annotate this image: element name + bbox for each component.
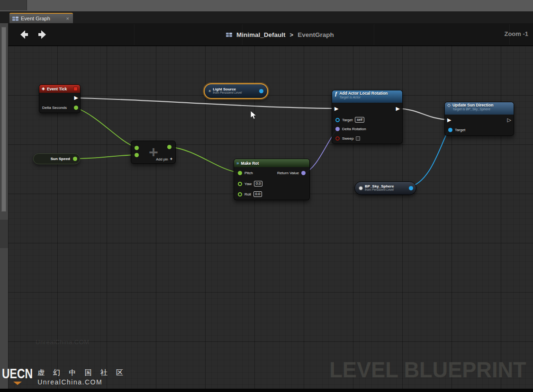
pin-label: Target bbox=[342, 118, 352, 122]
pitch-pin[interactable] bbox=[238, 171, 242, 175]
delta-seconds-pin-row: Delta Seconds bbox=[42, 106, 78, 110]
tab-event-graph[interactable]: Event Graph × bbox=[9, 13, 73, 23]
node-subtitle: from Persistent Level bbox=[213, 91, 242, 95]
node-bp-sky-sphere[interactable]: BP_Sky_Sphere from Persistent Level bbox=[354, 181, 416, 195]
call-function-icon: ◇ bbox=[447, 103, 451, 107]
light-source-icon: ☀ bbox=[208, 89, 211, 93]
return-value-pin[interactable] bbox=[301, 171, 306, 175]
event-graph-icon bbox=[12, 17, 18, 21]
yaw-pin-row: Yaw 0.0 bbox=[238, 181, 262, 187]
breadcrumb: Minimal_Default > EventGraph bbox=[226, 23, 334, 46]
function-icon: ƒ bbox=[334, 91, 337, 97]
forward-arrow-icon[interactable] bbox=[36, 29, 48, 40]
breadcrumb-separator-icon: > bbox=[290, 31, 294, 38]
tab-row: Event Graph × bbox=[0, 11, 533, 23]
actor-sphere-icon bbox=[359, 186, 363, 190]
pin-label: Delta Seconds bbox=[42, 106, 67, 110]
node-add-float[interactable]: + Add pin + bbox=[131, 141, 176, 164]
delta-seconds-pin[interactable] bbox=[74, 106, 78, 110]
sweep-pin-row: Sweep bbox=[335, 136, 360, 141]
add-input-pin-2[interactable] bbox=[135, 153, 139, 157]
light-source-output-pin[interactable] bbox=[259, 89, 263, 93]
target-value-box[interactable]: self bbox=[355, 117, 364, 123]
node-title: Make Rot bbox=[241, 161, 259, 166]
roll-pin[interactable] bbox=[238, 192, 242, 196]
level-blueprint-watermark: LEVEL BLUEPRINT bbox=[330, 356, 526, 383]
node-light-source[interactable]: ☀ Light Source from Persistent Level bbox=[204, 83, 268, 99]
exec-in-pin[interactable]: ▶ bbox=[334, 106, 338, 111]
node-event-tick[interactable]: ◈ Event Tick ▶ Delta Seconds bbox=[39, 84, 81, 113]
sun-speed-output-pin[interactable] bbox=[73, 157, 77, 161]
logo-chevron-icon bbox=[13, 382, 22, 385]
exec-in-pin[interactable]: ▶ bbox=[447, 117, 451, 123]
sky-sphere-output-pin[interactable] bbox=[409, 186, 413, 190]
yaw-pin[interactable] bbox=[238, 182, 242, 186]
exec-out-pin[interactable]: ▷ bbox=[507, 117, 511, 123]
node-title: Event Tick bbox=[47, 87, 67, 91]
pin-label: Sweep bbox=[342, 136, 353, 141]
blueprint-editor-window: Event Graph × Minimal_Default > EventGra… bbox=[0, 0, 533, 392]
delta-rotation-pin-row: Delta Rotation bbox=[335, 127, 366, 131]
pitch-pin-row: Pitch bbox=[238, 171, 253, 175]
sweep-checkbox[interactable] bbox=[356, 136, 360, 141]
node-subtitle: from Persistent Level bbox=[365, 188, 394, 192]
node-make-rot[interactable]: » Make Rot Pitch Return Value Yaw 0.0 Ro… bbox=[234, 159, 310, 200]
event-icon: ◈ bbox=[42, 87, 45, 91]
graph-toolbar: Minimal_Default > EventGraph Zoom -1 bbox=[8, 23, 533, 46]
add-input-pin-1[interactable] bbox=[135, 146, 139, 150]
node-add-actor-local-rotation[interactable]: ƒ Add Actor Local Rotation Target is Act… bbox=[332, 90, 403, 144]
node-title: Add Actor Local Rotation bbox=[339, 91, 388, 96]
event-badge-icon bbox=[73, 87, 78, 91]
community-site: UnrealChina.COM bbox=[37, 378, 126, 386]
target-pin-row: Target bbox=[448, 128, 465, 132]
add-pin-plus-icon: + bbox=[170, 157, 172, 161]
left-panel-sliver bbox=[0, 23, 8, 392]
community-name-cn: 虚 幻 中 国 社 区 bbox=[37, 368, 126, 377]
make-struct-icon: » bbox=[236, 161, 239, 166]
node-update-sun-direction[interactable]: ◇ Update Sun Direction Target is BP_Sky_… bbox=[444, 102, 514, 136]
node-title: Update Sun Direction bbox=[452, 103, 493, 107]
node-subtitle: Target is BP_Sky_Sphere bbox=[452, 107, 493, 111]
breadcrumb-current[interactable]: EventGraph bbox=[298, 31, 334, 38]
top-bar bbox=[0, 0, 533, 11]
node-sun-speed[interactable]: Sun Speed bbox=[33, 153, 80, 164]
node-subtitle: Target is Actor bbox=[339, 96, 388, 99]
tab-close-icon[interactable]: × bbox=[65, 16, 70, 21]
exec-out-pin[interactable]: ▶ bbox=[74, 95, 78, 100]
tab-label: Event Graph bbox=[21, 16, 63, 21]
target-pin-row: Target self bbox=[335, 117, 364, 123]
add-pin-button[interactable]: Add pin + bbox=[156, 157, 172, 161]
uecn-logo-text: UECN bbox=[2, 367, 33, 380]
yaw-value-box[interactable]: 0.0 bbox=[254, 181, 262, 187]
canvas-watermark: UnrealChina.COM bbox=[36, 339, 90, 346]
mouse-cursor bbox=[250, 110, 259, 122]
target-pin[interactable] bbox=[335, 118, 340, 122]
add-output-pin[interactable] bbox=[167, 145, 172, 149]
bottom-strip bbox=[0, 389, 533, 392]
exec-out-pin[interactable]: ▶ bbox=[396, 106, 400, 111]
pin-label: Target bbox=[455, 128, 465, 132]
zoom-level-label: Zoom -1 bbox=[504, 30, 528, 37]
node-title: Sun Speed bbox=[51, 157, 70, 161]
breadcrumb-root[interactable]: Minimal_Default bbox=[236, 31, 286, 38]
sweep-pin[interactable] bbox=[335, 136, 340, 141]
community-logo: UECN 虚 幻 中 国 社 区 UnrealChina.COM bbox=[2, 367, 126, 386]
corner-block bbox=[0, 0, 27, 10]
pin-label: Delta Rotation bbox=[342, 127, 366, 131]
roll-value-box[interactable]: 0.0 bbox=[253, 191, 262, 197]
target-pin[interactable] bbox=[448, 128, 452, 132]
blueprint-grid-icon bbox=[226, 33, 232, 37]
back-arrow-icon[interactable] bbox=[18, 29, 30, 40]
delta-rotation-pin[interactable] bbox=[335, 127, 340, 131]
roll-pin-row: Roll 0.0 bbox=[238, 191, 262, 197]
return-value-pin-row: Return Value bbox=[277, 171, 306, 175]
